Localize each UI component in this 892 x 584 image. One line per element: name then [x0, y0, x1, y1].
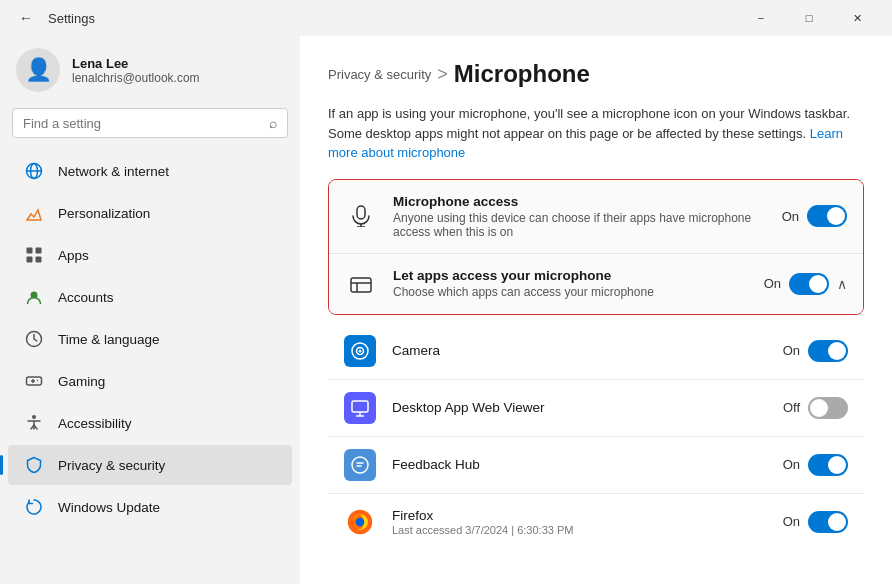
firefox-app-info: Firefox Last accessed 3/7/2024 | 6:30:33… [392, 508, 767, 536]
toggle-thumb [828, 513, 846, 531]
back-button[interactable]: ← [12, 4, 40, 32]
desktop-app-row: Desktop App Web Viewer Off [328, 380, 864, 437]
firefox-app-subtitle: Last accessed 3/7/2024 | 6:30:33 PM [392, 524, 767, 536]
microphone-access-text: Microphone access Anyone using this devi… [393, 194, 766, 239]
svg-rect-3 [27, 248, 33, 254]
let-apps-toggle[interactable] [789, 273, 829, 295]
maximize-button[interactable]: □ [786, 2, 832, 34]
time-icon [24, 329, 44, 349]
user-info: Lena Lee lenalchris@outlook.com [72, 56, 200, 85]
app-list: Camera On Desktop App Web Viewer [328, 323, 864, 550]
network-icon [24, 161, 44, 181]
sidebar-item-time[interactable]: Time & language [8, 319, 292, 359]
microphone-settings-section: Microphone access Anyone using this devi… [328, 179, 864, 315]
let-apps-icon [345, 268, 377, 300]
toggle-thumb [828, 456, 846, 474]
accounts-icon [24, 287, 44, 307]
sidebar-item-label: Privacy & security [58, 458, 165, 473]
chevron-up-icon[interactable]: ∧ [837, 276, 847, 292]
feedback-app-info: Feedback Hub [392, 457, 767, 472]
minimize-button[interactable]: − [738, 2, 784, 34]
sidebar-item-accessibility[interactable]: Accessibility [8, 403, 292, 443]
sidebar-item-label: Accounts [58, 290, 114, 305]
sidebar: 👤 Lena Lee lenalchris@outlook.com ⌕ Netw… [0, 36, 300, 584]
gaming-icon [24, 371, 44, 391]
sidebar-item-label: Time & language [58, 332, 160, 347]
page-description: If an app is using your microphone, you'… [328, 104, 864, 163]
page-title: Microphone [454, 60, 590, 88]
accessibility-icon [24, 413, 44, 433]
svg-rect-17 [351, 278, 371, 292]
desktop-app-info: Desktop App Web Viewer [392, 400, 767, 415]
microphone-access-state: On [782, 209, 799, 224]
search-input[interactable] [23, 116, 261, 131]
svg-point-22 [359, 349, 362, 352]
firefox-app-row: Firefox Last accessed 3/7/2024 | 6:30:33… [328, 494, 864, 550]
camera-toggle[interactable] [808, 340, 848, 362]
camera-app-info: Camera [392, 343, 767, 358]
camera-app-icon [344, 335, 376, 367]
svg-point-26 [352, 457, 368, 473]
breadcrumb-sep: > [437, 64, 448, 85]
toggle-thumb [827, 207, 845, 225]
microphone-access-desc: Anyone using this device can choose if t… [393, 211, 766, 239]
camera-app-row: Camera On [328, 323, 864, 380]
microphone-access-toggle[interactable] [807, 205, 847, 227]
firefox-toggle[interactable] [808, 511, 848, 533]
breadcrumb-parent: Privacy & security [328, 67, 431, 82]
svg-point-12 [37, 380, 38, 381]
firefox-state: On [783, 514, 800, 529]
desktop-control: Off [783, 397, 848, 419]
let-apps-desc: Choose which apps can access your microp… [393, 285, 748, 299]
desktop-app-name: Desktop App Web Viewer [392, 400, 767, 415]
sidebar-item-accounts[interactable]: Accounts [8, 277, 292, 317]
sidebar-item-gaming[interactable]: Gaming [8, 361, 292, 401]
user-email: lenalchris@outlook.com [72, 71, 200, 85]
firefox-app-name: Firefox [392, 508, 767, 523]
sidebar-item-label: Windows Update [58, 500, 160, 515]
svg-rect-6 [36, 257, 42, 263]
microphone-icon [345, 200, 377, 232]
close-button[interactable]: ✕ [834, 2, 880, 34]
let-apps-row: Let apps access your microphone Choose w… [329, 254, 863, 314]
feedback-toggle[interactable] [808, 454, 848, 476]
let-apps-control: On ∧ [764, 273, 847, 295]
sidebar-item-privacy[interactable]: Privacy & security [8, 445, 292, 485]
avatar: 👤 [16, 48, 60, 92]
update-icon [24, 497, 44, 517]
desktop-state: Off [783, 400, 800, 415]
breadcrumb: Privacy & security > Microphone [328, 60, 590, 88]
page-header: Privacy & security > Microphone [328, 60, 864, 92]
user-section: 👤 Lena Lee lenalchris@outlook.com [0, 36, 300, 108]
camera-control: On [783, 340, 848, 362]
svg-rect-14 [357, 206, 365, 219]
sidebar-item-personalization[interactable]: Personalization [8, 193, 292, 233]
search-icon: ⌕ [269, 115, 277, 131]
window-controls: − □ ✕ [738, 2, 880, 34]
feedback-app-name: Feedback Hub [392, 457, 767, 472]
svg-rect-4 [36, 248, 42, 254]
desktop-app-icon [344, 392, 376, 424]
sidebar-item-apps[interactable]: Apps [8, 235, 292, 275]
personalization-icon [24, 203, 44, 223]
feedback-state: On [783, 457, 800, 472]
titlebar: ← Settings − □ ✕ [0, 0, 892, 36]
sidebar-item-label: Personalization [58, 206, 150, 221]
svg-point-13 [32, 415, 36, 419]
sidebar-item-network[interactable]: Network & internet [8, 151, 292, 191]
apps-icon [24, 245, 44, 265]
microphone-access-row: Microphone access Anyone using this devi… [329, 180, 863, 254]
svg-rect-5 [27, 257, 33, 263]
camera-state: On [783, 343, 800, 358]
let-apps-text: Let apps access your microphone Choose w… [393, 268, 748, 299]
toggle-thumb [828, 342, 846, 360]
svg-point-29 [356, 517, 365, 526]
sidebar-item-label: Network & internet [58, 164, 169, 179]
user-name: Lena Lee [72, 56, 200, 71]
desktop-toggle[interactable] [808, 397, 848, 419]
let-apps-state: On [764, 276, 781, 291]
sidebar-item-label: Gaming [58, 374, 105, 389]
feedback-app-row: Feedback Hub On [328, 437, 864, 494]
search-box[interactable]: ⌕ [12, 108, 288, 138]
sidebar-item-windows-update[interactable]: Windows Update [8, 487, 292, 527]
